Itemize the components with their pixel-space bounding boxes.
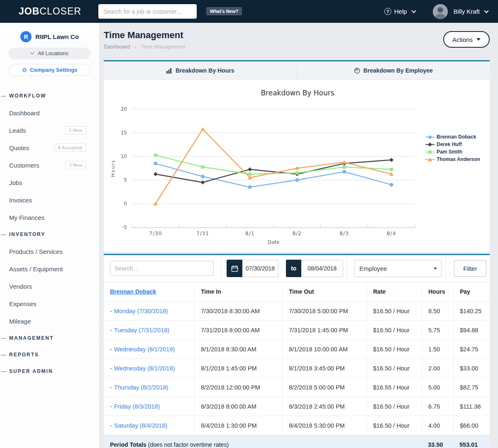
time-in-cell: 8/3/2018 8:00:00 AM [194,397,282,416]
legend-item-pam-smith[interactable]: Pam Smith [425,148,480,156]
settings-label: Company Settings [30,67,77,73]
customers-badge: 3 New [65,161,86,169]
data-point[interactable] [342,170,346,174]
day-link[interactable]: Thursday (8/2/2018) [114,384,168,391]
sidebar-section-inventory: INVENTORY [0,226,99,243]
sidebar-item-expenses[interactable]: Expenses [0,295,99,312]
data-point[interactable] [201,166,205,169]
avatar-photo [433,4,448,19]
tab-breakdown-by-employee[interactable]: Breakdown By Employee [297,61,490,80]
day-link[interactable]: Tuesday (7/31/2018) [114,327,169,334]
pie-chart-icon [354,68,360,74]
calendar-button[interactable] [227,260,242,277]
day-link[interactable]: Monday (7/30/2018) [114,308,168,314]
col-time-in: Time In [194,282,282,301]
table-row: -Saturday (8/4/2018) 8/4/2018 1:30:00 PM… [104,416,490,435]
employee-name-link[interactable]: Brennan Doback [110,288,156,295]
totals-note: (does not factor overtime rates) [148,441,229,448]
user-avatar[interactable] [433,4,448,19]
data-point[interactable] [295,178,299,182]
chart-legend: Brennan Doback Derek Huff Pam Smith [425,133,480,163]
hours-cell: 4.00 [422,416,453,435]
data-point[interactable] [389,158,393,162]
data-point[interactable] [201,127,205,131]
sidebar-item-dashboard[interactable]: Dashboard [0,104,99,122]
breadcrumb-dashboard[interactable]: Dashboard [104,44,130,50]
sidebar-item-invoices[interactable]: Invoices [0,191,99,209]
data-point[interactable] [201,180,205,185]
app-logo[interactable]: JOBCLOSER [19,6,81,17]
x-axis-tick-label: 8/1 [245,231,254,236]
day-link[interactable]: Saturday (8/4/2018) [114,422,167,429]
table-search-input[interactable] [110,261,214,276]
sidebar-section-reports[interactable]: REPORTS [0,346,99,363]
rate-cell: $16.50 / Hour [366,416,422,435]
sidebar-item-leads[interactable]: Leads1 New [0,122,99,139]
data-point[interactable] [154,162,157,166]
employee-select[interactable]: Employee [354,260,442,277]
y-axis-tick-label: 5 [124,177,127,183]
sidebar-item-vendors[interactable]: Vendors [0,278,99,295]
sidebar-item-mileage[interactable]: Mileage [0,312,99,330]
data-point[interactable] [390,168,393,171]
time-in-cell: 8/1/2018 1:45:00 PM [194,359,282,377]
user-name: Billy Kraft [454,8,480,15]
chevron-down-icon [30,51,34,55]
data-point[interactable] [154,172,158,176]
chevron-down-icon [484,8,488,13]
y-axis-tick-label: 15 [121,130,127,136]
data-point[interactable] [343,166,346,169]
data-point[interactable] [248,173,251,176]
period-totals-row: Period Totals (does not factor overtime … [104,435,490,448]
logo-bold: JOB [19,6,39,17]
legend-item-brennan-doback[interactable]: Brennan Doback [425,133,480,141]
data-point[interactable] [390,183,393,187]
day-link[interactable]: Wednesday (8/1/2018) [114,346,175,353]
help-label: Help [394,8,407,15]
rate-cell: $16.50 / Hour [366,321,422,339]
hours-cell: 5.00 [422,378,453,397]
sidebar-item-my-finances[interactable]: My Finances [0,209,99,226]
actions-button[interactable]: Actions [443,31,490,48]
sidebar-item-quotes[interactable]: Quotes8 Accepted [0,139,99,156]
tab-breakdown-by-hours[interactable]: Breakdown By Hours [104,61,297,80]
help-menu[interactable]: ? Help [384,8,415,15]
data-point[interactable] [248,185,252,189]
data-point[interactable] [154,153,157,157]
filter-bar: to Employee Filter [104,255,490,282]
user-menu[interactable]: Billy Kraft [454,8,488,15]
legend-diamond-marker-icon [425,142,435,147]
sidebar-item-customers[interactable]: Customers3 New [0,156,99,174]
sidebar-item-assets-equipment[interactable]: Assets / Equipment [0,260,99,278]
locations-dropdown[interactable]: All Locations [9,48,90,59]
dash-icon [1,234,6,235]
company-settings-button[interactable]: ⚙ Company Settings [9,64,90,76]
global-search-input[interactable] [98,4,197,19]
filter-button[interactable]: Filter [454,260,486,277]
date-to-input[interactable] [301,260,343,277]
chart-card: Breakdown By Hours Breakdown By Employee… [104,60,490,252]
whats-new-button[interactable]: What's New? [206,7,242,15]
legend-item-thomas-anderson[interactable]: Thomas Anderson [425,156,480,163]
pay-cell: $94.88 [453,321,490,339]
company-header: R RIIPL Lawn Co [0,31,99,42]
time-entries-table: Brennan Doback Time In Time Out Rate Hou… [104,282,490,448]
data-point[interactable] [248,167,252,171]
time-in-cell: 7/30/2018 8:30:00 AM [194,302,282,320]
bar-chart-icon [166,68,172,73]
legend-item-derek-huff[interactable]: Derek Huff [425,141,480,148]
day-link[interactable]: Wednesday (8/1/2018) [114,365,175,372]
data-point[interactable] [201,175,205,178]
sidebar-nav: WORKFLOW Dashboard Leads1 New Quotes8 Ac… [0,88,99,380]
data-point[interactable] [295,171,299,175]
sidebar-section-management[interactable]: MANAGEMENT [0,330,99,346]
y-axis-tick-label: 0 [124,201,127,207]
sidebar-section-super-admin[interactable]: SUPER ADMIN [0,363,99,380]
sidebar-item-jobs[interactable]: Jobs [0,174,99,191]
date-from-input[interactable] [242,260,278,277]
employee-select-value: Employee [359,265,387,272]
sidebar-item-products-services[interactable]: Products / Services [0,243,99,260]
day-link[interactable]: Friday (8/3/2018) [114,403,160,410]
x-axis-tick-label: 7/31 [196,231,209,236]
dash-icon [1,96,6,97]
